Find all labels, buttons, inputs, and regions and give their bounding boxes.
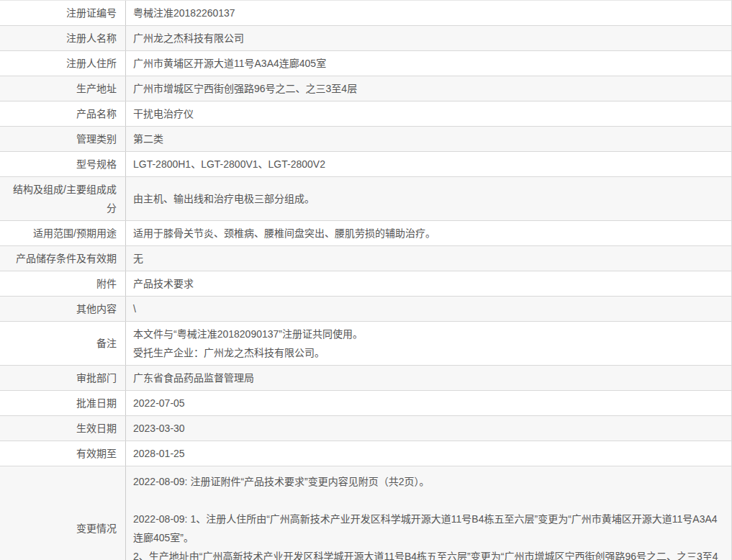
table-row: 适用范围/预期用途适用于膝骨关节炎、颈椎病、腰椎间盘突出、腰肌劳损的辅助治疗。 (0, 221, 731, 246)
row-value: LGT-2800H1、LGT-2800V1、LGT-2800V2 (126, 152, 731, 176)
table-row: 生产地址广州市增城区宁西街创强路96号之二、之三3至4层 (0, 76, 731, 101)
table-row: 附件产品技术要求 (0, 271, 731, 297)
row-label: 产品储存条件及有效期 (0, 246, 126, 271)
table-row: 产品储存条件及有效期无 (0, 246, 731, 271)
row-label: 注册人名称 (0, 26, 126, 50)
row-label: 型号规格 (0, 152, 126, 176)
row-label: 产品名称 (0, 101, 126, 126)
table-row: 注册证编号粤械注准20182260137 (0, 1, 731, 26)
row-label: 管理类别 (0, 127, 126, 151)
row-value: 产品技术要求 (126, 271, 731, 296)
row-value: 适用于膝骨关节炎、颈椎病、腰椎间盘突出、腰肌劳损的辅助治疗。 (126, 221, 731, 245)
row-label: 其他内容 (0, 297, 126, 321)
table-row: 其他内容\ (0, 297, 731, 322)
table-row: 生效日期2023-03-30 (0, 416, 731, 441)
row-value: 广州龙之杰科技有限公司 (126, 26, 731, 50)
registration-table: 注册证编号粤械注准20182260137注册人名称广州龙之杰科技有限公司注册人住… (0, 0, 732, 560)
table-row: 审批部门广东省食品药品监督管理局 (0, 366, 731, 391)
row-label: 结构及组成/主要组成成分 (0, 177, 126, 220)
row-value: 2022-07-05 (126, 391, 731, 415)
row-label: 注册证编号 (0, 1, 126, 25)
row-value: 广州市黄埔区开源大道11号A3A4连廊405室 (126, 51, 731, 76)
row-label: 生产地址 (0, 76, 126, 101)
row-label: 附件 (0, 271, 126, 296)
row-value: 2028-01-25 (126, 441, 731, 466)
row-value: 粤械注准20182260137 (126, 1, 731, 25)
table-row: 管理类别第二类 (0, 127, 731, 152)
row-label: 备注 (0, 322, 126, 365)
table-row: 变更情况2022-08-09: 注册证附件“产品技术要求”变更内容见附页（共2页… (0, 466, 731, 560)
table-row: 注册人住所广州市黄埔区开源大道11号A3A4连廊405室 (0, 51, 731, 76)
row-label: 注册人住所 (0, 51, 126, 76)
row-value: 广东省食品药品监督管理局 (126, 366, 731, 390)
table-row: 备注本文件与“粤械注准20182090137”注册证共同使用。 受托生产企业：广… (0, 322, 731, 366)
table-row: 批准日期2022-07-05 (0, 391, 731, 416)
row-value: 干扰电治疗仪 (126, 101, 731, 126)
row-value: 无 (126, 246, 731, 271)
row-value: 本文件与“粤械注准20182090137”注册证共同使用。 受托生产企业：广州龙… (126, 322, 731, 365)
table-row: 产品名称干扰电治疗仪 (0, 101, 731, 127)
table-row: 注册人名称广州龙之杰科技有限公司 (0, 26, 731, 51)
row-label: 变更情况 (0, 466, 126, 560)
table-row: 有效期至2028-01-25 (0, 441, 731, 466)
row-label: 批准日期 (0, 391, 126, 415)
row-label: 有效期至 (0, 441, 126, 466)
row-value: 广州市增城区宁西街创强路96号之二、之三3至4层 (126, 76, 731, 101)
row-label: 生效日期 (0, 416, 126, 441)
row-value: 由主机、输出线和治疗电极三部分组成。 (126, 177, 731, 220)
row-value: \ (126, 297, 731, 321)
table-row: 型号规格LGT-2800H1、LGT-2800V1、LGT-2800V2 (0, 152, 731, 177)
row-label: 审批部门 (0, 366, 126, 390)
row-value: 2022-08-09: 注册证附件“产品技术要求”变更内容见附页（共2页）。 2… (126, 466, 731, 560)
row-value: 第二类 (126, 127, 731, 151)
row-label: 适用范围/预期用途 (0, 221, 126, 245)
table-row: 结构及组成/主要组成成分由主机、输出线和治疗电极三部分组成。 (0, 177, 731, 221)
row-value: 2023-03-30 (126, 416, 731, 441)
